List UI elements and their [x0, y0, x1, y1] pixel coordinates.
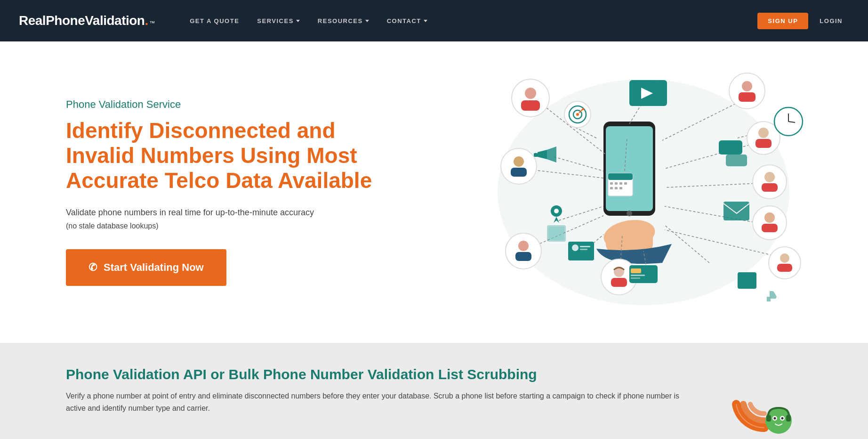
svg-point-65	[554, 209, 559, 213]
svg-rect-39	[755, 139, 772, 148]
svg-rect-79	[631, 268, 641, 273]
svg-point-61	[764, 172, 775, 182]
svg-rect-1	[606, 126, 653, 211]
svg-rect-68	[568, 242, 594, 260]
svg-rect-46	[608, 173, 633, 180]
contact-chevron-icon	[424, 20, 427, 22]
hero-illustration	[391, 41, 868, 343]
svg-rect-77	[611, 278, 627, 287]
svg-rect-88	[738, 272, 756, 289]
logo-dot: .	[145, 13, 148, 28]
svg-point-86	[780, 253, 789, 263]
svg-rect-95	[786, 415, 791, 422]
svg-point-83	[764, 212, 775, 223]
svg-rect-80	[631, 275, 645, 276]
resources-chevron-icon	[365, 20, 369, 22]
svg-rect-43	[719, 140, 742, 154]
svg-point-73	[518, 241, 529, 251]
svg-rect-59	[534, 153, 538, 157]
hero-section: Phone Validation Service Identify Discon…	[0, 41, 868, 343]
hero-description: Validate phone numbers in real time for …	[66, 206, 406, 219]
nav-get-quote[interactable]: GET A QUOTE	[183, 14, 246, 28]
svg-point-93	[781, 417, 784, 420]
svg-rect-56	[511, 168, 527, 177]
bottom-title: Phone Validation API or Bulk Phone Numbe…	[66, 366, 699, 382]
svg-point-2	[627, 211, 632, 216]
svg-rect-51	[610, 187, 613, 189]
signup-button[interactable]: SIGN UP	[757, 13, 808, 29]
svg-rect-70	[580, 246, 590, 247]
svg-rect-67	[548, 227, 564, 240]
svg-rect-62	[762, 183, 778, 192]
svg-point-29	[742, 81, 752, 91]
logo-text: RealPhoneValidation	[19, 13, 145, 28]
svg-rect-52	[615, 187, 618, 189]
svg-rect-53	[619, 187, 622, 189]
svg-rect-78	[629, 265, 658, 283]
logo-tm: ™	[149, 20, 155, 26]
target-graphic-svg	[727, 366, 802, 439]
hero-subtitle: Phone Validation Service	[66, 98, 406, 111]
svg-rect-74	[515, 252, 531, 261]
hero-title: Identify Disconnected and Invalid Number…	[66, 118, 406, 193]
hero-content: Phone Validation Service Identify Discon…	[0, 70, 434, 314]
bottom-graphic	[727, 366, 802, 439]
phone-icon: ✆	[88, 261, 97, 274]
bottom-description: Verify a phone number at point of entry …	[66, 390, 699, 414]
svg-rect-30	[739, 92, 755, 102]
svg-rect-71	[580, 249, 587, 250]
svg-rect-87	[777, 264, 792, 272]
svg-point-92	[774, 417, 776, 420]
nav-services[interactable]: SERVICES	[250, 14, 306, 28]
svg-rect-48	[615, 182, 618, 185]
login-button[interactable]: LOGIN	[813, 14, 849, 28]
svg-rect-94	[766, 415, 771, 422]
services-chevron-icon	[296, 20, 300, 22]
hero-note: (no stale database lookups)	[66, 222, 406, 230]
svg-rect-49	[619, 182, 622, 185]
nav-resources[interactable]: RESOURCES	[311, 14, 376, 28]
svg-point-69	[572, 244, 579, 251]
svg-point-24	[525, 88, 536, 99]
bottom-text-content: Phone Validation API or Bulk Phone Numbe…	[66, 366, 699, 414]
site-header: RealPhoneValidation . ™ GET A QUOTE SERV…	[0, 0, 868, 41]
nav-contact[interactable]: CONTACT	[380, 14, 434, 28]
svg-rect-50	[624, 182, 627, 185]
bottom-section: Phone Validation API or Bulk Phone Numbe…	[0, 343, 868, 439]
start-validating-button[interactable]: ✆ Start Validating Now	[66, 249, 226, 286]
hero-svg-illustration	[446, 46, 813, 338]
main-nav: GET A QUOTE SERVICES RESOURCES CONTACT S…	[183, 13, 849, 29]
svg-rect-47	[610, 182, 613, 185]
svg-point-38	[758, 128, 769, 138]
logo[interactable]: RealPhoneValidation . ™	[19, 13, 155, 28]
svg-rect-25	[521, 100, 540, 111]
svg-point-55	[514, 156, 524, 167]
svg-rect-84	[762, 224, 778, 232]
svg-rect-63	[723, 202, 749, 220]
svg-point-34	[576, 113, 579, 116]
svg-rect-44	[726, 154, 747, 166]
svg-rect-81	[631, 277, 640, 279]
